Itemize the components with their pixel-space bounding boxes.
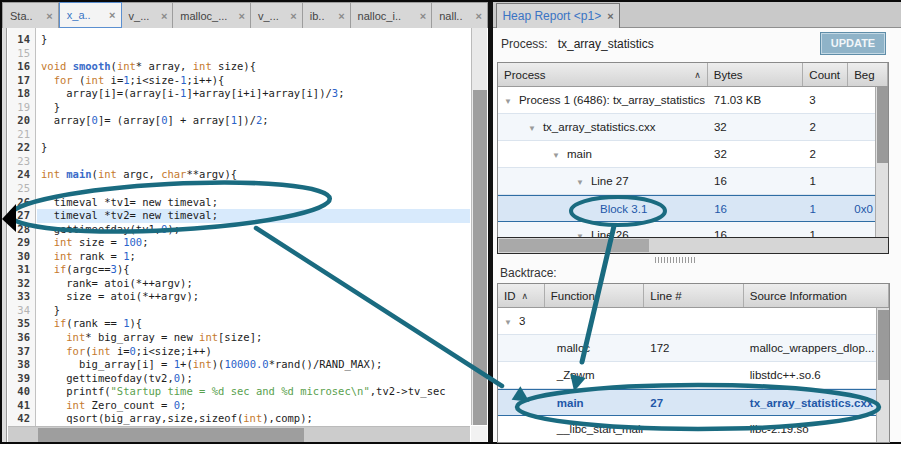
code-line-40[interactable]: printf("Startup time = %d sec and %d mic… [37, 385, 470, 399]
expand-triangle-icon[interactable]: ▼ [576, 178, 584, 187]
code-token: big_array[i] = [41, 358, 174, 370]
code-line-41[interactable]: int Zero_count = 0; [37, 399, 470, 413]
source-editor[interactable]: 1415161718192021222324252627282930313233… [2, 28, 488, 442]
code-line-25[interactable] [37, 182, 470, 196]
process-row-main[interactable]: ▼main322 [498, 141, 888, 168]
code-line-22[interactable]: } [37, 141, 470, 155]
code-line-31[interactable]: if(argc==3){ [37, 263, 470, 277]
editor-tab-4[interactable]: v_...× [251, 2, 303, 28]
process-line: Process:tx_array_statistics [501, 37, 654, 51]
update-button[interactable]: UPDATE [820, 32, 886, 55]
code-line-19[interactable]: } [37, 101, 470, 115]
backtrace-row-3[interactable]: ▼3 [498, 308, 889, 335]
code-line-24[interactable]: int main(int argc, char**argv){ [37, 168, 470, 182]
expand-triangle-icon[interactable]: ▼ [528, 124, 536, 133]
code-line-27[interactable]: timeval *tv2= new timeval; [37, 209, 470, 223]
column-header-source-information[interactable]: Source Information [744, 284, 889, 307]
scrollbar-thumb[interactable] [878, 310, 889, 380]
code-token: int [54, 236, 73, 248]
code-token: main [66, 168, 91, 180]
code-line-20[interactable]: array[0]= (array[0] + array[1])/2; [37, 114, 470, 128]
process-row-line-27[interactable]: ▼Line 27161 [498, 168, 888, 195]
backtrace-row-main[interactable]: main27tx_array_statistics.cxx [498, 389, 889, 416]
close-icon[interactable]: × [46, 10, 52, 22]
code-line-21[interactable] [37, 128, 470, 142]
expand-triangle-icon[interactable]: ▼ [504, 318, 512, 327]
scrollbar-thumb[interactable] [38, 428, 304, 442]
close-icon[interactable]: × [161, 10, 167, 22]
editor-tab-1[interactable]: x_a..× [59, 2, 122, 28]
editor-tab-3[interactable]: malloc_...× [173, 2, 251, 28]
process-row-process-1-6486-tx-array-statistics[interactable]: ▼Process 1 (6486): tx_array_statistics71… [498, 87, 888, 114]
editor-tab-7[interactable]: nall..× [432, 2, 488, 28]
column-header-function[interactable]: Function [545, 284, 644, 307]
code-line-42[interactable]: qsort(big_array,size,sizeof(int),comp); [37, 412, 470, 426]
close-icon[interactable]: × [420, 10, 426, 22]
backtrace-table-vscrollbar[interactable] [876, 308, 889, 442]
editor-vertical-scrollbar[interactable] [471, 28, 487, 425]
code-line-38[interactable]: big_array[i] = 1+(int)(10000.0*rand()/RA… [37, 358, 470, 372]
close-icon[interactable]: × [476, 10, 482, 22]
editor-tab-5[interactable]: ib..× [303, 2, 351, 28]
process-table-header[interactable]: Process∧BytesCountBeg [498, 63, 888, 87]
code-line-29[interactable]: int size = 100; [37, 236, 470, 250]
code-line-39[interactable]: gettimeofday(tv2,0); [37, 372, 470, 386]
process-row-tx-array-statistics-cxx[interactable]: ▼tx_array_statistics.cxx322 [498, 114, 888, 141]
code-line-35[interactable]: if(rank == 1){ [37, 317, 470, 331]
code-line-37[interactable]: for(int i=0;i<size;i++) [37, 345, 470, 359]
code-line-33[interactable]: size = atoi(*++argv); [37, 290, 470, 304]
line-number: 22 [8, 141, 35, 155]
scrollbar-thumb[interactable] [473, 90, 487, 425]
line-number: 28 [8, 223, 35, 237]
code-line-23[interactable] [37, 155, 470, 169]
scrollbar-thumb[interactable] [499, 239, 649, 252]
splitter-handle[interactable] [655, 257, 695, 263]
code-line-32[interactable]: rank= atoi(*++argv); [37, 277, 470, 291]
editor-horizontal-scrollbar[interactable] [8, 426, 470, 442]
code-line-17[interactable]: for (int i=1;i<size-1;i++){ [37, 74, 470, 88]
backtrace-row--znwm[interactable]: _Znwmlibstdc++.so.6 [498, 362, 889, 389]
column-header-line-[interactable]: Line # [644, 284, 743, 307]
close-icon[interactable]: × [290, 10, 296, 22]
code-area[interactable]: }void smooth(int* array, int size){ for … [37, 28, 470, 442]
code-line-15[interactable] [37, 47, 470, 61]
code-line-30[interactable]: int rank = 1; [37, 250, 470, 264]
code-line-36[interactable]: int* big_array = new int[size]; [37, 331, 470, 345]
backtrace-row--libc-start-main[interactable]: __libc_start_mainlibc-2.19.so [498, 416, 889, 443]
close-icon[interactable]: × [607, 10, 613, 22]
header-label: Count [809, 69, 840, 81]
column-header-count[interactable]: Count [803, 63, 848, 86]
code-line-28[interactable]: gettimeofday(tv1,0); [37, 223, 470, 237]
close-icon[interactable]: × [338, 10, 344, 22]
tab-heap-report[interactable]: Heap Report <p1> × [496, 3, 620, 28]
column-header-beg[interactable]: Beg [848, 63, 888, 86]
code-line-34[interactable]: } [37, 304, 470, 318]
code-token: int [66, 399, 85, 411]
code-line-14[interactable]: } [37, 33, 470, 47]
backtrace-row-malloc[interactable]: malloc172malloc_wrappers_dlop... [498, 335, 889, 362]
scrollbar-thumb[interactable] [877, 87, 888, 163]
column-header-id[interactable]: ID∧ [498, 284, 545, 307]
process-row-line-26[interactable]: ▼Line 26161 [498, 222, 888, 238]
code-token: for [54, 74, 73, 86]
code-token: printf( [41, 385, 111, 397]
editor-tab-2[interactable]: v_...× [122, 2, 174, 28]
code-line-26[interactable]: timeval *tv1= new timeval; [37, 196, 470, 210]
expand-triangle-icon[interactable]: ▼ [504, 97, 512, 106]
process-row-block-3-1[interactable]: Block 3.11610x0 [498, 195, 888, 222]
close-icon[interactable]: × [109, 9, 115, 21]
editor-tab-0[interactable]: Sta..× [2, 2, 59, 28]
code-token: ]= (array[ [98, 114, 161, 126]
column-header-bytes[interactable]: Bytes [708, 63, 804, 86]
process-table-body: ▼Process 1 (6486): tx_array_statistics71… [498, 87, 888, 238]
close-icon[interactable]: × [239, 10, 245, 22]
app-frame: Sta..×x_a..×v_...×malloc_...×v_...×ib..×… [0, 0, 901, 444]
expand-triangle-icon[interactable]: ▼ [552, 151, 560, 160]
code-line-18[interactable]: array[i]=(array[i-1]+array[i+i]+array[i]… [37, 87, 470, 101]
code-line-16[interactable]: void smooth(int* array, int size){ [37, 60, 470, 74]
editor-tab-6[interactable]: nalloc_i..× [351, 2, 433, 28]
column-header-process[interactable]: Process∧ [498, 63, 708, 86]
process-table-vscrollbar[interactable] [875, 87, 888, 237]
backtrace-table-header[interactable]: ID∧FunctionLine #Source Information [498, 284, 889, 308]
process-table-hscrollbar[interactable] [497, 237, 889, 254]
